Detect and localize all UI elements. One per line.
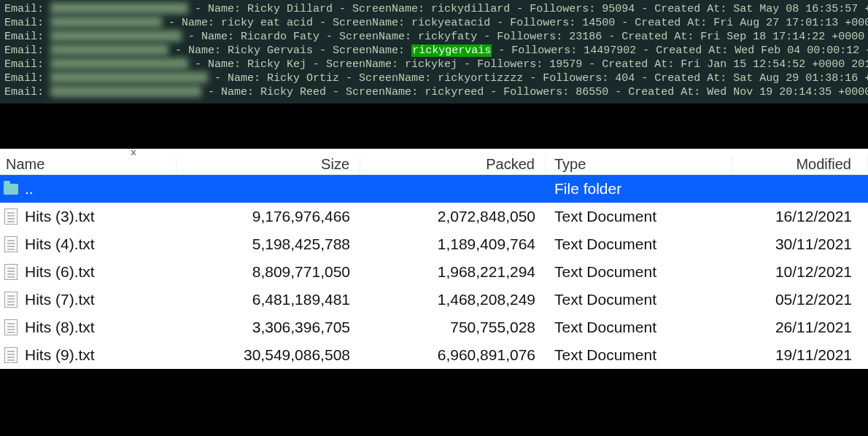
redacted-email: █████████████████████	[50, 58, 188, 71]
parent-folder-row[interactable]: .. File folder	[0, 175, 868, 203]
file-row[interactable]: Hits (3).txt9,176,976,4662,072,848,050Te…	[0, 203, 868, 230]
terminal-line: Email: █████████████████ - Name: ricky e…	[4, 16, 864, 30]
file-list-header: ˣ Name Size Packed Type Modified	[0, 149, 868, 175]
terminal-line: Email: ██████████████████ - Name: Ricky …	[4, 44, 864, 58]
terminal-line: Email: █████████████████████ - Name: Ric…	[4, 58, 864, 71]
file-name: Hits (8).txt	[22, 319, 177, 336]
highlighted-screenname: rickygervais	[411, 44, 492, 57]
header-size[interactable]: Size	[177, 156, 360, 174]
file-modified: 26/11/2021	[732, 319, 868, 336]
terminal-line: Email: ███████████████████████ - Name: R…	[4, 85, 864, 99]
file-row[interactable]: Hits (8).txt3,306,396,705750,755,028Text…	[0, 314, 868, 341]
file-modified: 05/12/2021	[732, 291, 868, 308]
close-icon[interactable]: ˣ	[130, 152, 137, 159]
redacted-email: ██████████████████	[50, 44, 168, 58]
file-modified: 30/11/2021	[732, 235, 868, 253]
document-icon	[4, 292, 18, 308]
redacted-email: ███████████████████████	[50, 85, 201, 99]
file-row[interactable]: Hits (4).txt5,198,425,7881,189,409,764Te…	[0, 230, 868, 258]
file-type: Text Document	[546, 208, 732, 225]
label-email: Email:	[4, 58, 44, 71]
file-modified: 16/12/2021	[732, 208, 868, 225]
file-name: Hits (7).txt	[22, 291, 177, 308]
file-type: Text Document	[546, 319, 732, 336]
file-packed: 2,072,848,050	[360, 208, 546, 225]
file-size: 6,481,189,481	[177, 291, 360, 308]
file-row[interactable]: Hits (7).txt6,481,189,4811,468,208,249Te…	[0, 286, 868, 314]
redacted-email: ████████████████████████	[50, 71, 208, 85]
file-name: Hits (4).txt	[22, 235, 177, 253]
file-name: Hits (3).txt	[22, 208, 177, 225]
document-icon	[4, 319, 18, 335]
document-icon	[4, 264, 18, 280]
archive-file-list: ˣ Name Size Packed Type Modified .. File…	[0, 149, 868, 369]
file-size: 3,306,396,705	[177, 319, 360, 336]
document-icon	[4, 347, 18, 363]
file-packed: 1,468,208,249	[360, 291, 546, 308]
redacted-email: █████████████████████	[50, 2, 188, 16]
label-email: Email:	[4, 17, 44, 29]
file-modified: 10/12/2021	[732, 263, 868, 281]
file-type: Text Document	[546, 235, 732, 253]
file-type: Text Document	[546, 263, 732, 281]
file-packed: 1,968,221,294	[360, 263, 546, 281]
file-modified: 19/11/2021	[732, 346, 868, 364]
redacted-email: ████████████████████	[50, 30, 182, 44]
terminal-line: Email: █████████████████████ - Name: Ric…	[4, 2, 864, 16]
parent-folder-name: ..	[22, 180, 177, 198]
label-email: Email:	[4, 44, 44, 57]
file-row[interactable]: Hits (9).txt30,549,086,5086,960,891,076T…	[0, 341, 868, 369]
file-size: 9,176,976,466	[177, 208, 360, 225]
terminal-output: Email: █████████████████████ - Name: Ric…	[0, 0, 868, 104]
parent-folder-type: File folder	[546, 180, 732, 198]
label-email: Email:	[4, 86, 44, 98]
file-size: 5,198,425,788	[177, 235, 360, 253]
file-size: 30,549,086,508	[177, 346, 360, 364]
file-type: Text Document	[546, 291, 732, 308]
terminal-line: Email: ████████████████████ - Name: Rica…	[4, 30, 864, 44]
header-packed[interactable]: Packed	[360, 156, 546, 174]
header-type[interactable]: Type	[546, 156, 732, 174]
file-name: Hits (6).txt	[22, 263, 177, 281]
file-size: 8,809,771,050	[177, 263, 360, 281]
file-name: Hits (9).txt	[22, 346, 177, 364]
document-icon	[4, 236, 18, 252]
gap	[0, 104, 868, 149]
file-packed: 6,960,891,076	[360, 346, 546, 364]
file-packed: 1,189,409,764	[360, 235, 546, 253]
label-email: Email:	[4, 31, 44, 43]
label-email: Email:	[4, 3, 44, 15]
label-email: Email:	[4, 72, 44, 85]
terminal-line: Email: ████████████████████████ - Name: …	[4, 71, 864, 85]
file-packed: 750,755,028	[360, 319, 546, 336]
file-row[interactable]: Hits (6).txt8,809,771,0501,968,221,294Te…	[0, 258, 868, 286]
redacted-email: █████████████████	[50, 16, 162, 30]
document-icon	[4, 209, 18, 225]
header-modified[interactable]: Modified	[732, 156, 868, 174]
file-type: Text Document	[546, 346, 732, 364]
folder-icon	[4, 184, 18, 195]
header-name[interactable]: ˣ Name	[0, 156, 177, 174]
